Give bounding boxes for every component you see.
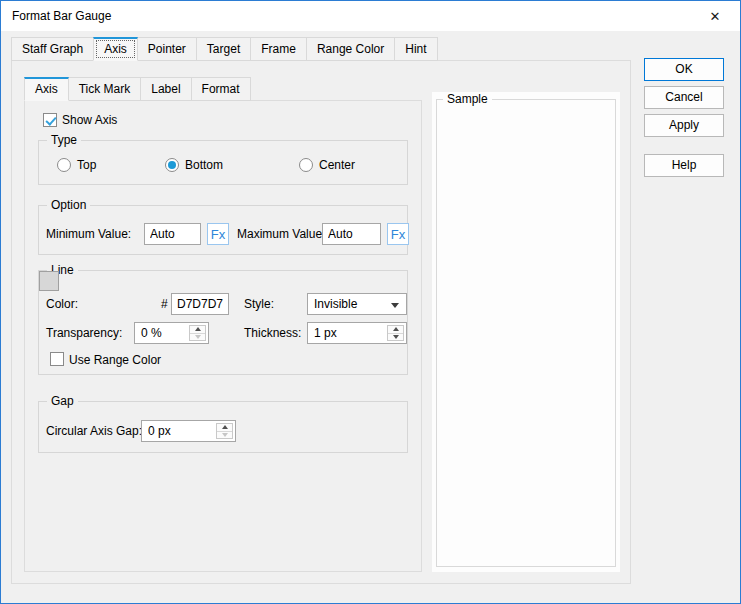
type-group-title: Type (47, 133, 81, 147)
use-range-color-checkbox[interactable] (50, 352, 64, 366)
transparency-input[interactable]: 0 % (134, 322, 209, 344)
arrow-down-icon (195, 335, 201, 339)
arrow-up-icon (195, 327, 201, 331)
fx-icon: Fx (211, 227, 225, 242)
minimum-fx-button[interactable]: Fx (207, 223, 229, 245)
style-dropdown[interactable]: Invisible (307, 293, 407, 315)
line-group: Line Color: # Style: Invisible Transpare… (38, 270, 408, 375)
maximum-value-input[interactable] (322, 223, 381, 245)
spin-down-button[interactable] (388, 334, 403, 341)
radio-center-icon (299, 158, 313, 172)
option-group-title: Option (47, 198, 90, 212)
arrow-up-icon (222, 425, 228, 429)
close-button[interactable]: ✕ (698, 4, 732, 28)
subtab-label: Format (202, 82, 240, 96)
tab-frame[interactable]: Frame (250, 37, 307, 61)
tab-label: Axis (104, 42, 127, 56)
minimum-value-label: Minimum Value: (46, 227, 131, 242)
tab-axis[interactable]: Axis (93, 37, 138, 61)
show-axis-label: Show Axis (62, 113, 117, 128)
radio-bottom-label: Bottom (185, 158, 223, 172)
hex-hash-label: # (161, 297, 168, 312)
style-dropdown-value: Invisible (314, 297, 357, 311)
radio-top-label: Top (77, 158, 96, 172)
help-button[interactable]: Help (644, 154, 724, 177)
gap-group-title: Gap (47, 394, 78, 408)
circular-axis-gap-spinner (216, 423, 233, 439)
subtab-format[interactable]: Format (191, 77, 251, 101)
transparency-label: Transparency: (46, 326, 122, 341)
spin-up-button[interactable] (190, 326, 205, 334)
main-tab-strip: Staff Graph Axis Pointer Target Frame Ra… (11, 37, 437, 61)
thickness-input[interactable]: 1 px (307, 322, 407, 344)
color-hex-input[interactable] (171, 293, 229, 315)
radio-center[interactable]: Center (299, 157, 355, 173)
circular-axis-gap-label: Circular Axis Gap: (46, 424, 142, 439)
tab-range-color[interactable]: Range Color (306, 37, 395, 61)
title-bar: Format Bar Gauge ✕ (1, 1, 740, 31)
arrow-down-icon (393, 335, 399, 339)
subtab-label: Axis (35, 82, 58, 96)
maximum-fx-button[interactable]: Fx (387, 223, 409, 245)
color-swatch[interactable] (39, 271, 59, 291)
fx-icon: Fx (391, 227, 405, 242)
tab-staff-graph[interactable]: Staff Graph (11, 37, 94, 61)
sub-tab-strip: Axis Tick Mark Label Format (24, 77, 250, 101)
axis-tab-page: Axis Tick Mark Label Format Show Axis Ty… (11, 60, 631, 584)
apply-button[interactable]: Apply (644, 114, 724, 137)
axis-subtab-page: Show Axis Type Top Bottom Center (24, 100, 422, 572)
style-label: Style: (244, 297, 274, 312)
tab-label: Hint (405, 42, 426, 56)
radio-bottom[interactable]: Bottom (165, 157, 223, 173)
spin-down-button[interactable] (217, 432, 232, 439)
radio-center-label: Center (319, 158, 355, 172)
arrow-up-icon (393, 327, 399, 331)
thickness-value: 1 px (314, 326, 337, 340)
spin-up-button[interactable] (388, 326, 403, 334)
tab-pointer[interactable]: Pointer (137, 37, 197, 61)
option-group: Option Minimum Value: Fx Maximum Value: … (38, 205, 408, 255)
tab-label: Pointer (148, 42, 186, 56)
transparency-spinner (189, 325, 206, 341)
type-group: Type Top Bottom Center (38, 140, 408, 185)
circular-axis-gap-input[interactable]: 0 px (141, 420, 236, 442)
format-bar-gauge-dialog: Format Bar Gauge ✕ Staff Graph Axis Poin… (0, 0, 741, 604)
spin-down-button[interactable] (190, 334, 205, 341)
maximum-value-label: Maximum Value: (237, 227, 325, 242)
tab-target[interactable]: Target (196, 37, 251, 61)
subtab-axis[interactable]: Axis (24, 77, 69, 101)
sample-group-title: Sample (443, 92, 492, 106)
chevron-down-icon (391, 303, 399, 308)
gap-group: Gap Circular Axis Gap: 0 px (38, 401, 408, 453)
ok-button[interactable]: OK (644, 58, 724, 81)
radio-top-icon (57, 158, 71, 172)
radio-top[interactable]: Top (57, 157, 96, 173)
sample-group: Sample (436, 99, 616, 567)
use-range-color-label: Use Range Color (69, 353, 161, 368)
subtab-tick-mark[interactable]: Tick Mark (68, 77, 142, 101)
cancel-button[interactable]: Cancel (644, 86, 724, 109)
transparency-value: 0 % (141, 326, 162, 340)
tab-label: Frame (261, 42, 296, 56)
subtab-label: Tick Mark (79, 82, 131, 96)
window-title: Format Bar Gauge (12, 9, 111, 23)
thickness-spinner (387, 325, 404, 341)
show-axis-checkbox[interactable] (43, 113, 57, 127)
color-label: Color: (46, 297, 78, 312)
thickness-label: Thickness: (244, 326, 301, 341)
tab-label: Target (207, 42, 240, 56)
tab-label: Range Color (317, 42, 384, 56)
spin-up-button[interactable] (217, 424, 232, 432)
tab-label: Staff Graph (22, 42, 83, 56)
sample-region: Sample (432, 92, 620, 572)
circular-axis-gap-value: 0 px (148, 424, 171, 438)
arrow-down-icon (222, 433, 228, 437)
subtab-label[interactable]: Label (140, 77, 191, 101)
minimum-value-input[interactable] (144, 223, 201, 245)
tab-hint[interactable]: Hint (394, 37, 437, 61)
radio-bottom-icon (165, 158, 179, 172)
subtab-label: Label (151, 82, 180, 96)
close-icon: ✕ (710, 9, 721, 24)
